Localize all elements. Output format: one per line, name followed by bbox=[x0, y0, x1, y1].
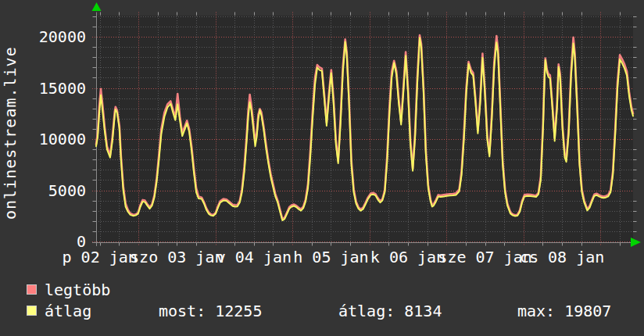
stat-average: átlag: 8134 bbox=[338, 302, 442, 320]
y-tick-label: 20000 bbox=[0, 28, 86, 45]
x-axis-day-label: k 06 jan bbox=[370, 248, 445, 266]
stat-maximum: max: 19807 bbox=[517, 302, 611, 320]
y-axis-arrow-icon bbox=[92, 2, 102, 11]
legend-swatch-max-icon bbox=[27, 284, 37, 295]
x-axis-day-label: sze 07 jan bbox=[438, 248, 531, 266]
legend-label-max: legtöbb bbox=[45, 281, 110, 299]
x-axis-day-label: cs 08 jan bbox=[520, 248, 604, 266]
stat-current: most: 12255 bbox=[159, 302, 262, 320]
x-axis-arrow-icon bbox=[631, 238, 641, 247]
legend-swatch-avg-icon bbox=[27, 306, 37, 316]
y-tick-label: 5000 bbox=[0, 182, 86, 199]
x-axis-day-label: h 05 jan bbox=[293, 248, 368, 266]
y-tick-label: 15000 bbox=[0, 80, 86, 97]
rrd-graph-window: onlinestream.live 05000100001500020000 p… bbox=[0, 0, 644, 336]
y-tick-label: 10000 bbox=[0, 130, 86, 148]
legend-label-avg: átlag bbox=[45, 302, 91, 320]
x-axis-day-label: v 04 jan bbox=[216, 248, 292, 266]
x-axis-day-label: p 02 jan bbox=[63, 248, 138, 266]
x-axis-day-label: szo 03 jan bbox=[130, 248, 224, 266]
